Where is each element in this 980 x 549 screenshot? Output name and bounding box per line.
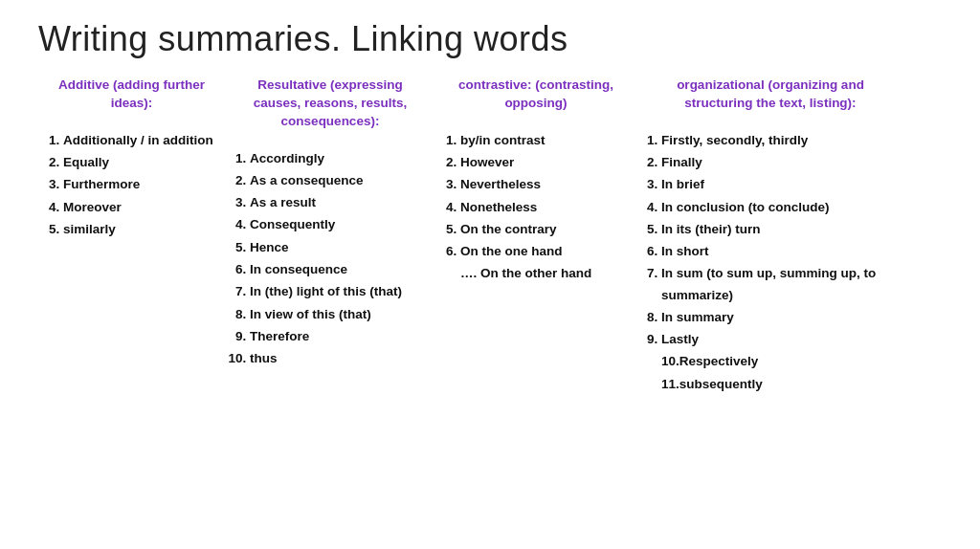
list-item: Lastly	[661, 329, 897, 350]
list-item: However	[460, 152, 629, 173]
list-item: On the contrary	[460, 219, 629, 240]
col-items-additive: Additionally / in addition Equally Furth…	[38, 126, 225, 240]
list-item: In view of this (that)	[250, 304, 428, 325]
list-item: …. On the other hand	[443, 263, 629, 284]
list-item: Accordingly	[250, 148, 428, 169]
list-item: similarly	[63, 219, 217, 240]
list-item: Nevertheless	[460, 174, 629, 195]
list-item: In its (their) turn	[661, 219, 897, 240]
list-item: thus	[250, 348, 428, 369]
list-item: by/in contrast	[460, 130, 629, 151]
list-item: 11.subsequently	[661, 374, 897, 395]
column-contrastive: contrastive: (contrasting, opposing) by/…	[435, 77, 636, 396]
list-item: On the one hand	[460, 241, 629, 262]
column-additive: Additive (adding further ideas): Additio…	[38, 77, 225, 396]
list-item: In short	[661, 241, 897, 262]
page-title: Writing summaries. Linking words	[38, 19, 942, 59]
col-header-contrastive: contrastive: (contrasting, opposing)	[435, 77, 636, 126]
list-item: Therefore	[250, 326, 428, 347]
list-item: Firstly, secondly, thirdly	[661, 130, 897, 151]
col-items-contrastive: by/in contrast However Nevertheless None…	[435, 126, 636, 285]
column-resultative: Resultative (expressing causes, reasons,…	[225, 77, 435, 396]
list-item: 10.Respectively	[661, 351, 897, 372]
col-header-additive: Additive (adding further ideas):	[38, 77, 225, 126]
list-item: In (the) light of this (that)	[250, 281, 428, 302]
col-header-resultative: Resultative (expressing causes, reasons,…	[225, 77, 435, 144]
main-columns: Additive (adding further ideas): Additio…	[38, 77, 942, 396]
list-item: Furthermore	[63, 174, 217, 195]
col-header-organizational: organizational (organizing and structuri…	[636, 77, 904, 126]
list-item: As a result	[250, 192, 428, 213]
list-item: Additionally / in addition	[63, 130, 217, 151]
list-item: Nonetheless	[460, 197, 629, 218]
list-item: As a consequence	[250, 170, 428, 191]
list-item: Finally	[661, 152, 897, 173]
list-item: In brief	[661, 174, 897, 195]
list-item: Hence	[250, 237, 428, 258]
col-items-organizational: Firstly, secondly, thirdly Finally In br…	[636, 126, 904, 395]
list-item: In consequence	[250, 259, 428, 280]
column-organizational: organizational (organizing and structuri…	[636, 77, 904, 396]
list-item: In sum (to sum up, summing up, to summar…	[661, 263, 897, 306]
list-item: Consequently	[250, 214, 428, 235]
list-item: In summary	[661, 307, 897, 328]
col-items-resultative: Accordingly As a consequence As a result…	[225, 144, 435, 370]
list-item: In conclusion (to conclude)	[661, 197, 897, 218]
list-item: Moreover	[63, 197, 217, 218]
list-item: Equally	[63, 152, 217, 173]
